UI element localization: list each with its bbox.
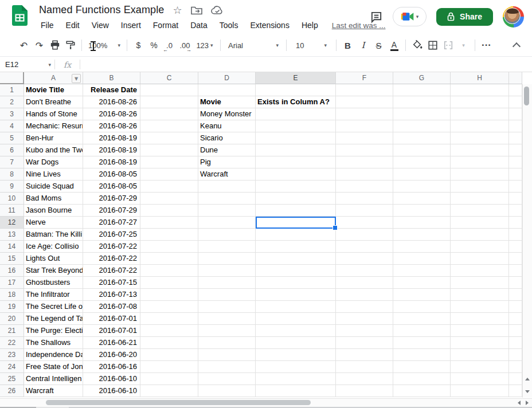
cell-D2[interactable]: Movie xyxy=(198,96,256,108)
row-header-21[interactable]: 21 xyxy=(0,325,24,337)
cell-A19[interactable]: The Secret Life o xyxy=(24,301,83,313)
cell-F13[interactable] xyxy=(336,229,393,241)
italic-button[interactable]: I xyxy=(355,37,371,53)
font-family-select[interactable]: Arial▾ xyxy=(224,37,283,53)
font-size-select[interactable]: 10▾ xyxy=(290,37,332,53)
borders-button[interactable] xyxy=(425,37,440,53)
comments-icon[interactable] xyxy=(370,10,383,23)
cell-D3[interactable]: Money Monster xyxy=(198,108,256,120)
cell-partial-25[interactable] xyxy=(509,373,522,385)
cell-D5[interactable]: Sicario xyxy=(198,132,256,144)
cell-B12[interactable]: 2016-07-27 xyxy=(83,217,140,229)
cell-C18[interactable] xyxy=(140,289,198,301)
cell-G15[interactable] xyxy=(393,253,451,265)
cell-D19[interactable] xyxy=(198,301,256,313)
cell-A6[interactable]: Kubo and the Two xyxy=(24,144,83,156)
cell-C7[interactable] xyxy=(140,156,198,168)
cell-G24[interactable] xyxy=(393,361,451,373)
cell-B14[interactable]: 2016-07-22 xyxy=(83,241,140,253)
strikethrough-button[interactable]: S xyxy=(371,37,386,53)
cell-C12[interactable] xyxy=(140,217,198,229)
cell-F24[interactable] xyxy=(336,361,393,373)
cell-C21[interactable] xyxy=(140,325,198,337)
cell-F8[interactable] xyxy=(336,168,393,181)
cell-partial-16[interactable] xyxy=(509,265,522,277)
cell-F26[interactable] xyxy=(336,385,393,397)
row-header-4[interactable]: 4 xyxy=(0,120,24,132)
cell-E15[interactable] xyxy=(256,253,336,265)
redo-button[interactable]: ↷ xyxy=(32,37,47,53)
cell-D9[interactable] xyxy=(198,181,256,193)
cell-H18[interactable] xyxy=(451,289,509,301)
cell-D17[interactable] xyxy=(198,277,256,289)
cell-A17[interactable]: Ghostbusters xyxy=(24,277,83,289)
cell-partial-21[interactable] xyxy=(509,325,522,337)
scroll-up-button[interactable] xyxy=(522,372,532,385)
cell-B17[interactable]: 2016-07-15 xyxy=(83,277,140,289)
cell-partial-9[interactable] xyxy=(509,181,522,193)
cell-G2[interactable] xyxy=(393,96,451,108)
cell-A12[interactable]: Nerve xyxy=(24,217,83,229)
cell-B13[interactable]: 2016-07-25 xyxy=(83,229,140,241)
cell-G17[interactable] xyxy=(393,277,451,289)
zoom-control[interactable]: 100%▾ xyxy=(85,37,123,53)
cell-A16[interactable]: Star Trek Beyond xyxy=(24,265,83,277)
cell-F18[interactable] xyxy=(336,289,393,301)
cell-H16[interactable] xyxy=(451,265,509,277)
cell-G18[interactable] xyxy=(393,289,451,301)
cell-A4[interactable]: Mechanic: Resurr xyxy=(24,120,83,132)
cell-D7[interactable]: Pig xyxy=(198,156,256,168)
cell-F6[interactable] xyxy=(336,144,393,156)
cell-B4[interactable]: 2016-08-26 xyxy=(83,120,140,132)
cell-partial-26[interactable] xyxy=(509,385,522,397)
cell-A18[interactable]: The Infiltrator xyxy=(24,289,83,301)
cell-G23[interactable] xyxy=(393,349,451,361)
cell-G5[interactable] xyxy=(393,132,451,144)
horizontal-scrollbar-thumb[interactable] xyxy=(46,400,311,405)
paint-format-button[interactable] xyxy=(62,37,78,53)
cell-F5[interactable] xyxy=(336,132,393,144)
column-header-A[interactable]: A▼ xyxy=(24,72,83,84)
cell-G14[interactable] xyxy=(393,241,451,253)
vertical-scrollbar-thumb[interactable] xyxy=(524,87,529,105)
cell-C3[interactable] xyxy=(140,108,198,120)
cell-G4[interactable] xyxy=(393,120,451,132)
cell-A7[interactable]: War Dogs xyxy=(24,156,83,168)
column-header-H[interactable]: H xyxy=(451,72,509,84)
cell-partial-18[interactable] xyxy=(509,289,522,301)
bold-button[interactable]: B xyxy=(340,37,355,53)
row-header-16[interactable]: 16 xyxy=(0,265,24,277)
cell-D24[interactable] xyxy=(198,361,256,373)
cell-partial-17[interactable] xyxy=(509,277,522,289)
cell-E9[interactable] xyxy=(256,181,336,193)
cell-G3[interactable] xyxy=(393,108,451,120)
cell-partial-4[interactable] xyxy=(509,120,522,132)
cell-H25[interactable] xyxy=(451,373,509,385)
cell-E20[interactable] xyxy=(256,313,336,325)
print-button[interactable] xyxy=(47,37,62,53)
cell-partial-15[interactable] xyxy=(509,253,522,265)
fill-color-button[interactable] xyxy=(409,37,425,53)
cell-B6[interactable]: 2016-08-19 xyxy=(83,144,140,156)
cell-H13[interactable] xyxy=(451,229,509,241)
row-header-15[interactable]: 15 xyxy=(0,253,24,265)
cell-partial-19[interactable] xyxy=(509,301,522,313)
cell-B23[interactable]: 2016-06-20 xyxy=(83,349,140,361)
row-header-8[interactable]: 8 xyxy=(0,168,24,181)
cell-F1[interactable] xyxy=(336,84,393,96)
cell-partial-7[interactable] xyxy=(509,156,522,168)
cell-E22[interactable] xyxy=(256,337,336,349)
cell-D23[interactable] xyxy=(198,349,256,361)
cell-D13[interactable] xyxy=(198,229,256,241)
menu-item-format[interactable]: Format xyxy=(151,20,180,30)
cell-H5[interactable] xyxy=(451,132,509,144)
cell-G22[interactable] xyxy=(393,337,451,349)
cell-D4[interactable]: Keanu xyxy=(198,120,256,132)
name-box[interactable]: E12 ▾ xyxy=(0,60,54,69)
cell-C11[interactable] xyxy=(140,205,198,217)
cell-E5[interactable] xyxy=(256,132,336,144)
cell-A22[interactable]: The Shallows xyxy=(24,337,83,349)
column-header-D[interactable]: D xyxy=(198,72,256,84)
star-icon[interactable]: ☆ xyxy=(173,5,182,15)
cell-F14[interactable] xyxy=(336,241,393,253)
